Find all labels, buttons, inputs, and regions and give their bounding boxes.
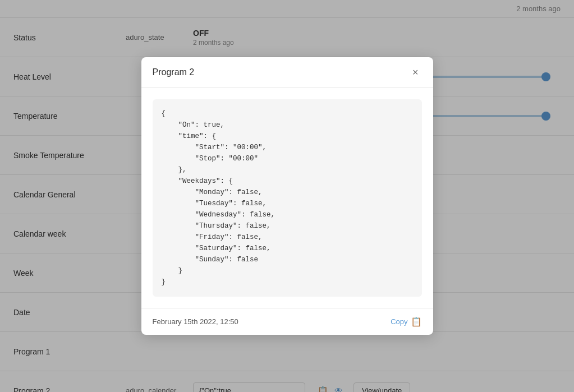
modal-date: February 15th 2022, 12:50: [153, 317, 238, 326]
modal-title: Program 2: [153, 67, 195, 77]
modal-body: { "On": true, "time": { "Start": "00:00"…: [141, 88, 433, 308]
modal-footer: February 15th 2022, 12:50 Copy 📋: [141, 308, 433, 335]
modal-code-block: { "On": true, "time": { "Start": "00:00"…: [153, 99, 422, 297]
modal-copy-button[interactable]: Copy 📋: [391, 316, 421, 327]
copy-icon: 📋: [411, 316, 422, 327]
modal-header: Program 2 ×: [141, 57, 433, 88]
modal-close-button[interactable]: ×: [409, 66, 422, 79]
modal-program2: Program 2 × { "On": true, "time": { "Sta…: [141, 57, 433, 335]
copy-label: Copy: [391, 317, 407, 326]
modal-overlay[interactable]: Program 2 × { "On": true, "time": { "Sta…: [0, 0, 574, 392]
